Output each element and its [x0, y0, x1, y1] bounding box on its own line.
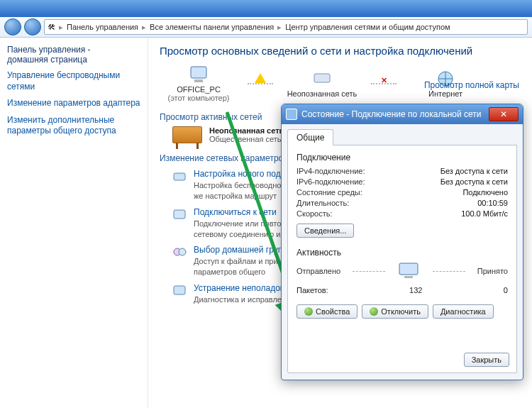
- dialog-titlebar[interactable]: Состояние - Подключение по локальной сет…: [282, 104, 523, 124]
- details-button[interactable]: Сведения...: [297, 224, 354, 238]
- kv-val: Подключено: [462, 188, 508, 197]
- chevron-right-icon: ▸: [277, 23, 282, 32]
- svg-rect-2: [314, 74, 330, 82]
- status-dialog: Состояние - Подключение по локальной сет…: [281, 104, 523, 380]
- sidebar-title-line: Панель управления -: [7, 45, 91, 55]
- breadcrumb-part[interactable]: Панель управления: [67, 23, 138, 31]
- properties-button[interactable]: Свойства: [297, 304, 358, 319]
- kv-val: 00:10:59: [477, 199, 508, 207]
- page-heading: Просмотр основных сведений о сети и наст…: [160, 45, 521, 57]
- kv-key: Длительность:: [297, 199, 349, 207]
- network-icon: [311, 70, 333, 89]
- kv-key: IPv6-подключение:: [297, 177, 365, 186]
- address-bar: 🛠 ▸ Панель управления ▸ Все элементы пан…: [0, 17, 532, 38]
- kv-val: Без доступа к сети: [440, 177, 508, 186]
- sidebar-link-adapter[interactable]: Изменение параметров адаптера: [7, 98, 140, 109]
- network-type: Общественная сеть: [209, 135, 282, 143]
- node-label: OFFICE_PC: [177, 85, 221, 94]
- sidebar-link-sharing[interactable]: Изменить дополнительные параметры общего…: [7, 115, 140, 137]
- svg-rect-0: [191, 67, 206, 78]
- node-label: Интернет: [428, 89, 462, 98]
- label-received: Принято: [477, 267, 508, 275]
- kv-key: Скорость:: [297, 209, 333, 218]
- nav-back-button[interactable]: [4, 18, 21, 35]
- sidebar-link-wireless[interactable]: Управление беспроводными сетями: [7, 70, 140, 92]
- kv-key: Состояние среды:: [297, 188, 362, 197]
- breadcrumb-part[interactable]: Центр управления сетями и общим доступом: [285, 23, 450, 31]
- svg-rect-5: [174, 210, 185, 219]
- node-sublabel: (этот компьютер): [167, 94, 229, 102]
- network-name: Неопознанная сеть: [209, 126, 284, 135]
- map-link-warn: [248, 83, 273, 84]
- group-activity: Активность: [297, 248, 508, 258]
- group-connection: Подключение: [297, 153, 508, 162]
- homegroup-icon: [172, 245, 187, 259]
- dialog-title: Состояние - Подключение по локальной сет…: [301, 109, 482, 119]
- kv-key: IPv4-подключение:: [297, 167, 365, 175]
- node-unknown-network[interactable]: Неопознанная сеть: [283, 70, 361, 98]
- node-this-pc[interactable]: OFFICE_PC (этот компьютер): [160, 65, 238, 102]
- tab-panel: Подключение IPv4-подключение:Без доступа…: [287, 145, 517, 373]
- disable-button[interactable]: Отключить: [362, 304, 428, 319]
- btn-label: Свойства: [316, 307, 350, 316]
- diagnose-button[interactable]: Диагностика: [433, 304, 494, 319]
- label-sent: Отправлено: [297, 267, 340, 275]
- tab-general[interactable]: Общие: [287, 129, 333, 145]
- bench-icon: [172, 126, 202, 143]
- svg-rect-10: [399, 263, 418, 275]
- svg-rect-1: [194, 79, 203, 82]
- breadcrumb-part[interactable]: Все элементы панели управления: [150, 23, 274, 31]
- breadcrumb[interactable]: 🛠 ▸ Панель управления ▸ Все элементы пан…: [44, 19, 528, 35]
- tab-strip: Общие: [287, 128, 517, 145]
- kv-val: 100.0 Мбит/с: [461, 209, 508, 218]
- map-link-error: [371, 83, 397, 84]
- svg-rect-8: [174, 286, 185, 294]
- label-packets: Пакетов:: [297, 286, 328, 294]
- value-sent: 132: [409, 286, 422, 294]
- shield-icon: [304, 307, 313, 316]
- sidebar-title-line: домашняя страница: [7, 55, 87, 65]
- troubleshoot-icon: [172, 283, 187, 297]
- computer-activity-icon: [397, 262, 421, 280]
- nav-forward-button[interactable]: [24, 18, 41, 35]
- close-icon: ✕: [500, 109, 507, 119]
- value-recv: 0: [504, 286, 508, 294]
- close-dialog-button[interactable]: Закрыть: [464, 353, 509, 367]
- activity-bar: [433, 271, 465, 272]
- svg-rect-11: [404, 276, 413, 278]
- chevron-right-icon: ▸: [59, 23, 63, 32]
- sidebar-title: Панель управления - домашняя страница: [7, 45, 140, 65]
- sidebar: Панель управления - домашняя страница Уп…: [0, 38, 148, 408]
- shield-icon: [370, 307, 378, 316]
- node-label: Неопознанная сеть: [287, 89, 358, 98]
- window-titlebar: [0, 0, 532, 17]
- connect-icon: [172, 207, 187, 221]
- svg-rect-4: [174, 173, 185, 180]
- svg-point-7: [179, 248, 186, 255]
- computer-icon: [188, 65, 209, 85]
- adapter-icon: [286, 109, 297, 120]
- connection-icon: [172, 169, 187, 183]
- control-panel-icon: 🛠: [48, 23, 55, 31]
- chevron-right-icon: ▸: [142, 23, 146, 32]
- btn-label: Отключить: [381, 307, 421, 316]
- kv-val: Без доступа к сети: [440, 167, 508, 175]
- activity-bar: [353, 271, 385, 272]
- full-map-link[interactable]: Просмотр полной карты: [424, 80, 519, 90]
- close-button[interactable]: ✕: [489, 107, 519, 121]
